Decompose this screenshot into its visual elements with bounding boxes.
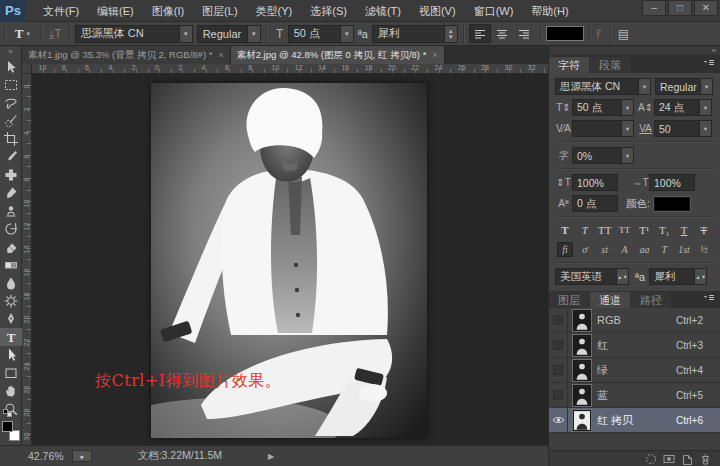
- zoom-level-field[interactable]: 42.76%: [28, 450, 64, 462]
- font-family-select[interactable]: 思源黑体 CN▼: [75, 25, 193, 43]
- chevron-down-icon[interactable]: ▼: [340, 26, 353, 42]
- menu-item-0[interactable]: 文件(F): [34, 0, 88, 22]
- char-font-style-select[interactable]: Regular▼: [655, 78, 713, 95]
- canvas-viewport[interactable]: 按Ctrl+I得到图片效果。: [32, 74, 548, 445]
- updown-arrows-icon[interactable]: ▲▼: [444, 26, 457, 42]
- panel-collapse-icon[interactable]: »: [549, 46, 720, 56]
- close-button[interactable]: ✕: [694, 0, 718, 16]
- char-font-family-select[interactable]: 思源黑体 CN▼: [555, 78, 651, 95]
- anti-alias-select[interactable]: 犀利▲▼: [372, 25, 458, 43]
- titling-alternates-button[interactable]: T: [656, 242, 672, 257]
- char-hscale-field[interactable]: 100%: [649, 174, 695, 191]
- doc-tab-2[interactable]: 素材2.jpg @ 42.8% (图层 0 拷贝, 红 拷贝/8) * ×: [231, 46, 445, 64]
- ordinals-button[interactable]: 1st: [676, 242, 692, 257]
- tab-paths[interactable]: 路径: [631, 292, 671, 308]
- align-left-button[interactable]: [469, 24, 491, 43]
- chevron-down-icon[interactable]: ▼: [179, 26, 192, 42]
- channel-row-1[interactable]: 红Ctrl+3: [549, 333, 720, 358]
- char-baseline-field[interactable]: 0 点: [572, 195, 618, 212]
- menu-item-6[interactable]: 滤镜(T): [356, 0, 410, 22]
- minimize-button[interactable]: –: [642, 0, 666, 16]
- subscript-button[interactable]: T₁: [656, 222, 672, 237]
- warp-text-icon[interactable]: 𐊥: [595, 27, 605, 41]
- menu-item-8[interactable]: 窗口(W): [465, 0, 523, 22]
- fractions-button[interactable]: ½: [696, 242, 712, 257]
- visibility-toggle[interactable]: [549, 358, 568, 383]
- text-color-swatch[interactable]: [546, 26, 584, 41]
- load-selection-icon[interactable]: [642, 452, 660, 466]
- foreground-background-swatches[interactable]: [2, 421, 20, 441]
- menu-item-1[interactable]: 编辑(E): [88, 0, 143, 22]
- maximize-button[interactable]: □: [668, 0, 692, 16]
- faux-bold-button[interactable]: T: [557, 222, 573, 237]
- chevron-down-icon[interactable]: ▼: [247, 26, 260, 42]
- visibility-toggle[interactable]: [549, 408, 568, 433]
- superscript-button[interactable]: T¹: [636, 222, 652, 237]
- swash-button[interactable]: A: [617, 242, 633, 257]
- channel-row-2[interactable]: 绿Ctrl+4: [549, 358, 720, 383]
- visibility-toggle[interactable]: [549, 383, 568, 408]
- default-colors-icon[interactable]: [3, 409, 17, 418]
- toolbar-collapse-icon[interactable]: »: [0, 46, 21, 58]
- char-tracking-field[interactable]: 50▼: [654, 120, 712, 137]
- char-vscale-field[interactable]: 100%: [572, 174, 618, 191]
- visibility-toggle[interactable]: [549, 333, 568, 358]
- crop-tool[interactable]: [0, 130, 22, 148]
- char-size-field[interactable]: 50 点▼: [572, 99, 634, 116]
- foreground-color-swatch[interactable]: [2, 421, 13, 432]
- strikethrough-button[interactable]: T: [696, 222, 712, 237]
- visibility-toggle[interactable]: [549, 308, 568, 333]
- gradient-tool[interactable]: [0, 256, 22, 274]
- path-selection-tool[interactable]: [0, 346, 22, 364]
- brush-tool[interactable]: [0, 184, 22, 202]
- eyedropper-tool[interactable]: [0, 148, 22, 166]
- menu-item-4[interactable]: 类型(Y): [247, 0, 302, 22]
- close-icon[interactable]: ×: [218, 50, 223, 60]
- tab-paragraph[interactable]: 段落: [590, 57, 630, 73]
- font-style-select[interactable]: Regular▼: [197, 25, 261, 43]
- all-caps-button[interactable]: TT: [597, 222, 613, 237]
- clone-stamp-tool[interactable]: [0, 202, 22, 220]
- char-kerning-field[interactable]: ▼: [572, 120, 634, 137]
- dodge-tool[interactable]: [0, 292, 22, 310]
- new-channel-icon[interactable]: [678, 452, 696, 466]
- char-distort-field[interactable]: 0%▼: [572, 147, 634, 164]
- rectangle-tool[interactable]: [0, 364, 22, 382]
- align-right-button[interactable]: [513, 24, 535, 43]
- tab-channels[interactable]: 通道: [590, 292, 630, 308]
- char-anti-alias-select[interactable]: 犀利▲▼: [649, 268, 707, 285]
- channel-row-3[interactable]: 蓝Ctrl+5: [549, 383, 720, 408]
- align-center-button[interactable]: [491, 24, 513, 43]
- text-orientation-icon[interactable]: ⤓T: [47, 27, 64, 41]
- char-color-swatch[interactable]: [654, 197, 690, 211]
- tab-character[interactable]: 字符: [549, 57, 589, 73]
- menu-item-7[interactable]: 视图(V): [410, 0, 465, 22]
- stylistic-alternates-button[interactable]: aa: [636, 242, 652, 257]
- toggle-panels-icon[interactable]: ▤: [616, 27, 631, 41]
- save-selection-icon[interactable]: [660, 452, 678, 466]
- lasso-tool[interactable]: [0, 94, 22, 112]
- doc-tab-1[interactable]: 素材1.jpg @ 35.3% (背景 拷贝 2, RGB/8#) * ×: [22, 46, 231, 64]
- history-brush-tool[interactable]: [0, 220, 22, 238]
- ligatures-button[interactable]: fi: [557, 242, 573, 257]
- type-tool[interactable]: T: [0, 328, 22, 346]
- move-tool[interactable]: [0, 58, 22, 76]
- language-select[interactable]: 美国英语▲▼: [555, 268, 629, 285]
- menu-item-2[interactable]: 图像(I): [143, 0, 193, 22]
- marquee-tool[interactable]: [0, 76, 22, 94]
- underline-button[interactable]: T: [676, 222, 692, 237]
- small-caps-button[interactable]: TT: [617, 222, 633, 237]
- type-tool-icon[interactable]: T▼: [10, 24, 36, 43]
- spot-healing-tool[interactable]: [0, 166, 22, 184]
- blur-tool[interactable]: [0, 274, 22, 292]
- menu-item-3[interactable]: 图层(L): [193, 0, 246, 22]
- panel-menu-icon[interactable]: [703, 57, 715, 69]
- channel-row-4[interactable]: 红 拷贝Ctrl+6: [549, 408, 720, 433]
- panel-menu-icon[interactable]: [703, 292, 715, 304]
- char-leading-field[interactable]: 24 点▼: [654, 99, 712, 116]
- close-icon[interactable]: ×: [432, 50, 437, 60]
- discretionary-ligatures-button[interactable]: st: [597, 242, 613, 257]
- pen-tool[interactable]: [0, 310, 22, 328]
- menu-item-5[interactable]: 选择(S): [301, 0, 356, 22]
- channel-row-0[interactable]: RGBCtrl+2: [549, 308, 720, 333]
